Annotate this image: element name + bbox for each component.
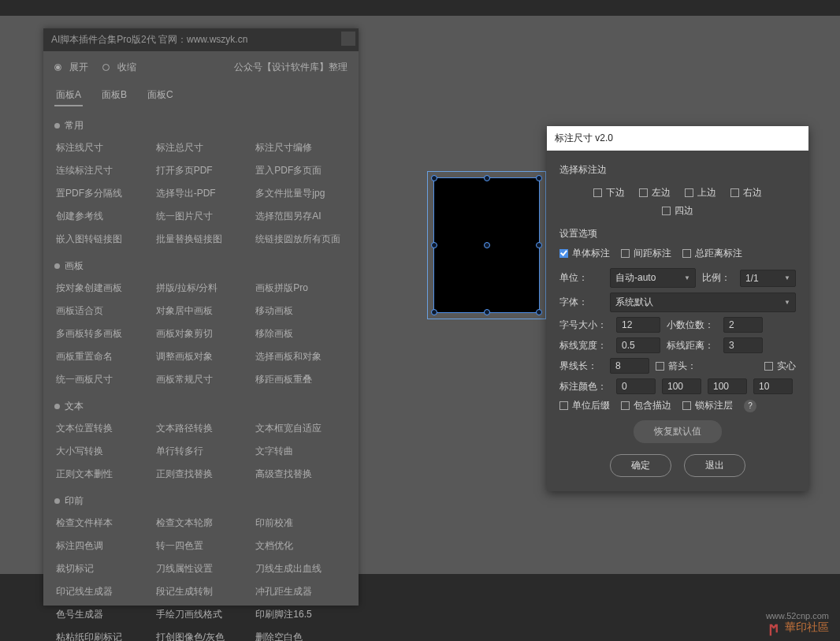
dialog-title[interactable]: 标注尺寸 v2.0 bbox=[547, 126, 808, 151]
script-item[interactable]: 画板重置命名 bbox=[54, 346, 148, 367]
restore-button[interactable]: 恢复默认值 bbox=[634, 420, 722, 443]
script-item[interactable]: 文字转曲 bbox=[254, 441, 348, 462]
collapse-radio[interactable]: 收缩 bbox=[102, 61, 136, 74]
script-item[interactable]: 拼版/拉标/分料 bbox=[154, 278, 248, 299]
handle-tr[interactable] bbox=[536, 175, 542, 181]
ldist-input[interactable]: 3 bbox=[723, 337, 763, 353]
help-icon[interactable]: ? bbox=[744, 400, 756, 412]
script-item[interactable]: 嵌入图转链接图 bbox=[54, 229, 148, 250]
script-item[interactable]: 打创图像色/灰色 bbox=[154, 627, 248, 641]
script-item[interactable]: 单行转多行 bbox=[154, 441, 248, 462]
script-item[interactable]: 检查文本轮廓 bbox=[154, 512, 248, 534]
script-item[interactable]: 移动画板 bbox=[254, 300, 348, 322]
side-left[interactable]: 左边 bbox=[639, 186, 671, 199]
color-k[interactable]: 10 bbox=[753, 378, 793, 394]
cancel-button[interactable]: 退出 bbox=[684, 454, 745, 477]
script-item[interactable]: 选择范围另存AI bbox=[254, 206, 348, 227]
script-item[interactable]: 印前校准 bbox=[254, 512, 348, 534]
tab-a[interactable]: 面板A bbox=[54, 85, 83, 106]
script-item[interactable]: 创建参考线 bbox=[54, 206, 148, 227]
unit-select[interactable]: 自动-auto▼ bbox=[610, 268, 696, 288]
lock-check[interactable]: 锁标注层 bbox=[682, 399, 733, 412]
ratio-select[interactable]: 1/1▼ bbox=[740, 270, 796, 287]
script-item[interactable]: 标注四色调 bbox=[54, 535, 148, 557]
side-top[interactable]: 上边 bbox=[685, 186, 716, 199]
script-item[interactable]: 打开多页PDF bbox=[154, 160, 248, 181]
script-item[interactable]: 按对象创建画板 bbox=[54, 278, 148, 299]
suffix-check[interactable]: 单位后缀 bbox=[559, 399, 610, 412]
script-item[interactable]: 删除空白色 bbox=[254, 627, 348, 641]
script-item[interactable]: 印记线生成器 bbox=[54, 581, 148, 602]
section-header[interactable]: 印前 bbox=[54, 490, 348, 512]
ok-button[interactable]: 确定 bbox=[610, 454, 671, 477]
script-item[interactable]: 多文件批量导jpg bbox=[254, 183, 348, 204]
script-item[interactable]: 选择画板和对象 bbox=[254, 346, 348, 367]
lwidth-input[interactable]: 0.5 bbox=[616, 337, 660, 353]
tab-b[interactable]: 面板B bbox=[100, 85, 128, 106]
script-item[interactable]: 多画板转多画板 bbox=[54, 323, 148, 345]
script-item[interactable]: 检查文件样本 bbox=[54, 512, 148, 534]
extlen-input[interactable]: 8 bbox=[610, 358, 649, 374]
handle-tm[interactable] bbox=[484, 175, 490, 181]
handle-tl[interactable] bbox=[431, 175, 437, 181]
script-item[interactable]: 转一四色置 bbox=[154, 535, 248, 557]
script-item[interactable]: 裁切标记 bbox=[54, 558, 148, 580]
color-c[interactable]: 0 bbox=[616, 378, 656, 394]
script-item[interactable]: 粘粘纸印刷标记 bbox=[54, 627, 148, 641]
close-icon[interactable] bbox=[341, 32, 355, 46]
script-item[interactable]: 连续标注尺寸 bbox=[54, 160, 148, 181]
script-item[interactable]: 标注尺寸编修 bbox=[254, 137, 348, 158]
script-item[interactable]: 文档优化 bbox=[254, 535, 348, 557]
script-item[interactable]: 标注线尺寸 bbox=[54, 137, 148, 158]
fsize-input[interactable]: 12 bbox=[616, 317, 660, 333]
color-y[interactable]: 100 bbox=[708, 378, 747, 394]
handle-ml[interactable] bbox=[431, 242, 437, 248]
script-item[interactable]: 画板常规尺寸 bbox=[154, 369, 248, 390]
script-item[interactable]: 移除画板 bbox=[254, 323, 348, 345]
script-item[interactable]: 正则文本删性 bbox=[54, 464, 148, 485]
script-item[interactable]: 画板适合页 bbox=[54, 300, 148, 322]
section-header[interactable]: 文本 bbox=[54, 395, 348, 418]
arrow-check[interactable]: 箭头： bbox=[656, 360, 697, 373]
handle-br[interactable] bbox=[536, 309, 542, 315]
script-item[interactable]: 选择导出-PDF bbox=[154, 183, 248, 204]
script-item[interactable]: 统一画板尺寸 bbox=[54, 369, 148, 390]
handle-mr[interactable] bbox=[536, 242, 542, 248]
script-item[interactable]: 印刷脚注16.5 bbox=[254, 604, 348, 625]
script-item[interactable]: 色号生成器 bbox=[54, 604, 148, 625]
script-item[interactable]: 刀线属性设置 bbox=[154, 558, 248, 580]
stroke-check[interactable]: 包含描边 bbox=[621, 399, 671, 412]
script-item[interactable]: 文本框宽自适应 bbox=[254, 418, 348, 439]
script-item[interactable]: 调整画板对象 bbox=[154, 346, 248, 367]
script-item[interactable]: 文本路径转换 bbox=[154, 418, 248, 439]
script-item[interactable]: 冲孔距生成器 bbox=[254, 581, 348, 602]
script-item[interactable]: 段记生成转制 bbox=[154, 581, 248, 602]
script-item[interactable]: 对象居中画板 bbox=[154, 300, 248, 322]
expand-radio[interactable]: 展开 bbox=[54, 61, 88, 74]
script-item[interactable]: 统一图片尺寸 bbox=[154, 206, 248, 227]
script-item[interactable]: 画板对象剪切 bbox=[154, 323, 248, 345]
script-item[interactable]: 置入PDF多页面 bbox=[254, 160, 348, 181]
script-item[interactable]: 批量替换链接图 bbox=[154, 229, 248, 250]
script-item[interactable]: 统链接圆放所有页面 bbox=[254, 229, 348, 250]
script-item[interactable]: 移距画板重叠 bbox=[254, 369, 348, 390]
mark-total[interactable]: 总距离标注 bbox=[682, 247, 742, 260]
section-header[interactable]: 常用 bbox=[54, 114, 348, 137]
tab-c[interactable]: 面板C bbox=[146, 85, 175, 106]
script-item[interactable]: 正则查找替换 bbox=[154, 464, 248, 485]
dec-input[interactable]: 2 bbox=[723, 317, 763, 333]
script-item[interactable]: 标注总尺寸 bbox=[154, 137, 248, 158]
script-item[interactable]: 画板拼版Pro bbox=[254, 278, 348, 299]
side-all[interactable]: 四边 bbox=[662, 204, 693, 218]
script-item[interactable]: 刀线生成出血线 bbox=[254, 558, 348, 580]
script-item[interactable]: 置PDF多分隔线 bbox=[54, 183, 148, 204]
color-m[interactable]: 100 bbox=[662, 378, 701, 394]
section-header[interactable]: 画板 bbox=[54, 255, 348, 278]
font-select[interactable]: 系统默认▼ bbox=[610, 293, 796, 312]
side-right[interactable]: 右边 bbox=[730, 186, 762, 199]
script-item[interactable]: 手绘刀画线格式 bbox=[154, 604, 248, 625]
script-item[interactable]: 大小写转换 bbox=[54, 441, 148, 462]
panel-title-bar[interactable]: AI脚本插件合集Pro版2代 官网：www.wszyk.cn bbox=[43, 28, 359, 51]
script-item[interactable]: 文本位置转换 bbox=[54, 418, 148, 439]
selected-rectangle[interactable] bbox=[433, 177, 540, 313]
